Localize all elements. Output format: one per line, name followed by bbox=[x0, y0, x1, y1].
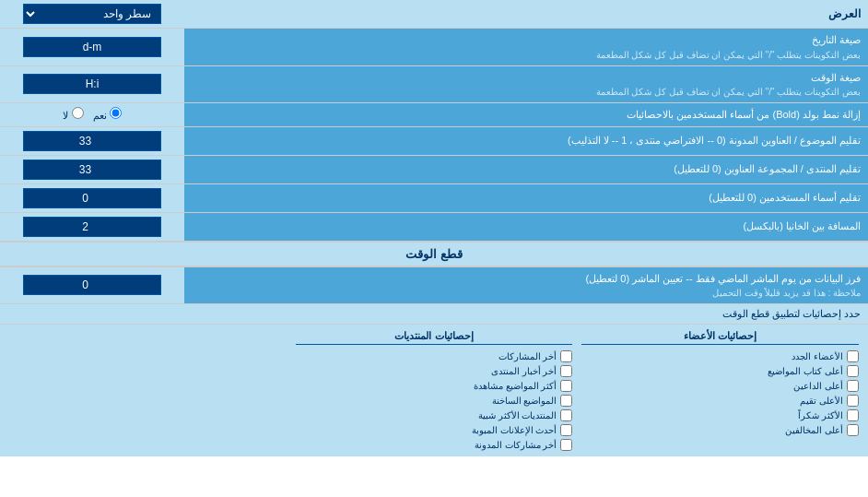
cut-input[interactable] bbox=[23, 275, 161, 295]
usernames-trim-input-cell bbox=[0, 184, 184, 212]
checkbox-last-posts: أخر المشاركات bbox=[296, 350, 573, 362]
topic-addresses-row: تقليم الموضوع / العناوين المدونة (0 -- ا… bbox=[0, 127, 868, 156]
topic-addresses-input-cell bbox=[0, 127, 184, 155]
checkbox-top-topic-writers: أعلى كتاب المواضيع bbox=[581, 365, 859, 377]
hot-topics-label: المواضيع الساخنة bbox=[492, 396, 557, 406]
checkbox-latest-classifieds: أحدث الإعلانات المبوبة bbox=[296, 424, 573, 436]
top-inviters-label: أعلى الداعين bbox=[793, 381, 843, 391]
date-format-input-cell bbox=[0, 29, 184, 65]
checkboxes-area: إحصائيات الأعضاء الأعضاء الجدد أعلى كتاب… bbox=[0, 325, 868, 456]
forum-news-checkbox[interactable] bbox=[560, 365, 572, 377]
limit-label: حدد إحصائيات لتطبيق قطع الوقت bbox=[7, 308, 861, 320]
most-similar-label: المنتديات الأكثر شبية bbox=[478, 410, 557, 420]
new-members-label: الأعضاء الجدد bbox=[792, 351, 843, 361]
blog-posts-label: أخر مشاركات المدونة bbox=[475, 440, 557, 450]
bold-radio-cell: نعم لا bbox=[0, 103, 184, 126]
usernames-trim-input[interactable] bbox=[23, 188, 161, 208]
top-rated-label: الأعلى تقيم bbox=[800, 396, 843, 406]
display-select-cell: سطر واحدسطرينثلاثة أسطر bbox=[0, 0, 184, 28]
checkbox-most-viewed: أكثر المواضيع مشاهدة bbox=[296, 380, 573, 392]
top-inviters-checkbox[interactable] bbox=[847, 380, 859, 392]
top-label: العرض bbox=[184, 4, 868, 24]
cut-row: فرز البيانات من يوم الماشر الماضي فقط --… bbox=[0, 267, 868, 305]
top-topic-writers-checkbox[interactable] bbox=[847, 365, 859, 377]
empty-stats-col bbox=[9, 330, 287, 451]
bold-yes-label: نعم bbox=[93, 107, 122, 122]
checkbox-most-similar: المنتديات الأكثر شبية bbox=[296, 409, 573, 421]
checkbox-forum-news: أخر أخبار المنتدى bbox=[296, 365, 573, 377]
top-topic-writers-label: أعلى كتاب المواضيع bbox=[768, 366, 843, 376]
topic-addresses-label: تقليم الموضوع / العناوين المدونة (0 -- ا… bbox=[184, 127, 868, 155]
time-format-label: صيغة الوقت بعض التكوينات يتطلب "/" التي … bbox=[184, 66, 868, 103]
date-format-label: صيغة التاريخ بعض التكوينات يتطلب "/" الت… bbox=[184, 29, 868, 65]
checkbox-hot-topics: المواضيع الساخنة bbox=[296, 395, 573, 407]
forum-addresses-row: تقليم المنتدى / المجموعة العناوين (0 للت… bbox=[0, 156, 868, 184]
most-thanks-label: الأكثر شكراً bbox=[798, 410, 843, 420]
gap-input-cell bbox=[0, 213, 184, 241]
usernames-trim-row: تقليم أسماء المستخدمين (0 للتعطيل) bbox=[0, 184, 868, 213]
time-format-row: صيغة الوقت بعض التكوينات يتطلب "/" التي … bbox=[0, 66, 868, 104]
checkbox-top-violations: أعلى المخالفين bbox=[581, 424, 859, 436]
forums-stats-col: إحصائيات المنتديات أخر المشاركات أخر أخب… bbox=[296, 330, 573, 451]
top-rated-checkbox[interactable] bbox=[847, 395, 859, 407]
most-viewed-checkbox[interactable] bbox=[560, 380, 572, 392]
checkbox-most-thanks: الأكثر شكراً bbox=[581, 409, 859, 421]
gap-row: المسافة بين الخانيا (بالبكسل) bbox=[0, 213, 868, 242]
date-format-input[interactable] bbox=[23, 37, 161, 57]
blog-posts-checkbox[interactable] bbox=[560, 439, 572, 451]
bold-row: إزالة نمط بولد (Bold) من أسماء المستخدمي… bbox=[0, 103, 868, 127]
gap-label: المسافة بين الخانيا (بالبكسل) bbox=[184, 213, 868, 241]
topic-addresses-input[interactable] bbox=[23, 131, 161, 151]
most-similar-checkbox[interactable] bbox=[560, 409, 572, 421]
bold-no-label: لا bbox=[63, 107, 83, 122]
last-posts-label: أخر المشاركات bbox=[499, 351, 557, 361]
bold-label: إزالة نمط بولد (Bold) من أسماء المستخدمي… bbox=[184, 103, 868, 126]
time-format-input[interactable] bbox=[23, 74, 161, 94]
most-thanks-checkbox[interactable] bbox=[847, 409, 859, 421]
forum-addresses-label: تقليم المنتدى / المجموعة العناوين (0 للت… bbox=[184, 156, 868, 183]
top-violations-label: أعلى المخالفين bbox=[785, 425, 843, 435]
time-format-input-cell bbox=[0, 66, 184, 103]
top-violations-checkbox[interactable] bbox=[847, 424, 859, 436]
usernames-trim-label: تقليم أسماء المستخدمين (0 للتعطيل) bbox=[184, 184, 868, 212]
members-stats-title: إحصائيات الأعضاء bbox=[581, 330, 859, 345]
top-row: العرض سطر واحدسطرينثلاثة أسطر bbox=[0, 0, 868, 29]
members-stats-col: إحصائيات الأعضاء الأعضاء الجدد أعلى كتاب… bbox=[581, 330, 859, 451]
checkbox-blog-posts: أخر مشاركات المدونة bbox=[296, 439, 573, 451]
cut-label: فرز البيانات من يوم الماشر الماضي فقط --… bbox=[184, 267, 868, 304]
latest-classifieds-label: أحدث الإعلانات المبوبة bbox=[472, 425, 557, 435]
date-format-row: صيغة التاريخ بعض التكوينات يتطلب "/" الت… bbox=[0, 29, 868, 66]
forum-news-label: أخر أخبار المنتدى bbox=[491, 366, 557, 376]
gap-input[interactable] bbox=[23, 217, 161, 237]
new-members-checkbox[interactable] bbox=[847, 350, 859, 362]
latest-classifieds-checkbox[interactable] bbox=[560, 424, 572, 436]
cut-section-header: قطع الوقت bbox=[0, 243, 868, 266]
limit-row: حدد إحصائيات لتطبيق قطع الوقت bbox=[0, 304, 868, 325]
cut-input-cell bbox=[0, 267, 184, 304]
forums-stats-title: إحصائيات المنتديات bbox=[296, 330, 573, 345]
most-viewed-label: أكثر المواضيع مشاهدة bbox=[474, 381, 557, 391]
bold-yes-radio[interactable] bbox=[110, 107, 122, 119]
checkbox-top-rated: الأعلى تقيم bbox=[581, 395, 859, 407]
hot-topics-checkbox[interactable] bbox=[560, 395, 572, 407]
last-posts-checkbox[interactable] bbox=[560, 350, 572, 362]
bold-no-radio[interactable] bbox=[72, 107, 84, 119]
checkbox-top-inviters: أعلى الداعين bbox=[581, 380, 859, 392]
forum-addresses-input-cell bbox=[0, 156, 184, 183]
forum-addresses-input[interactable] bbox=[23, 160, 161, 180]
checkbox-new-members: الأعضاء الجدد bbox=[581, 350, 859, 362]
display-select[interactable]: سطر واحدسطرينثلاثة أسطر bbox=[23, 4, 161, 24]
